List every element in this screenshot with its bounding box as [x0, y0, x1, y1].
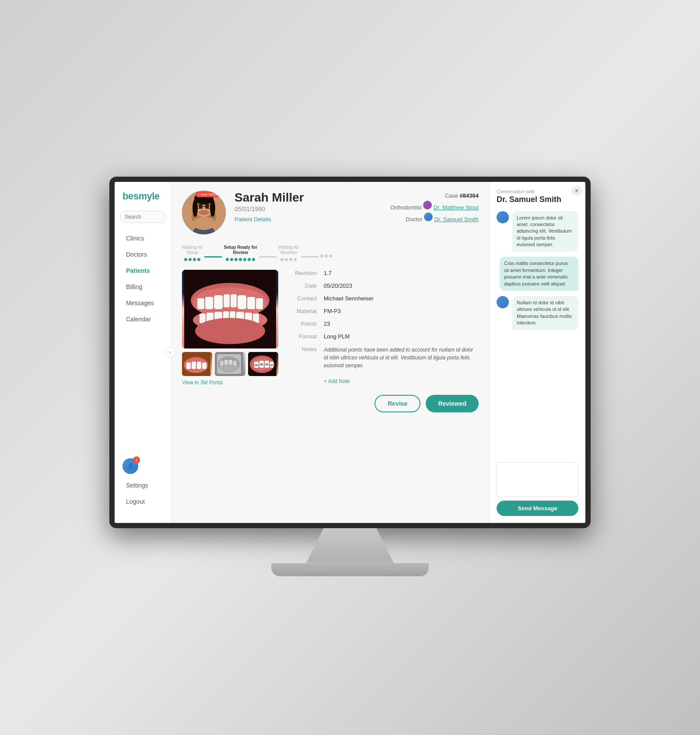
chat-message-2-wrapper: Cras mattis consectetur purus sit amet f… [497, 257, 578, 291]
detail-revision: Revision 1.7 [289, 270, 479, 276]
close-button[interactable]: × [571, 185, 582, 196]
svg-rect-22 [256, 298, 263, 309]
notification-badge: 2 [133, 456, 140, 463]
material-value: FM-P3 [324, 308, 341, 314]
revision-value: 1.7 [324, 270, 332, 276]
notes-value: Additional points have been added to acc… [324, 346, 479, 369]
main-nav: Clinics Doctors Patients Billing Message… [115, 230, 171, 327]
dot [234, 258, 238, 261]
sidebar-item-patients[interactable]: Patients [118, 263, 168, 279]
orthodontist-row: Orthodontist Dr. Matthew Stout [391, 201, 479, 212]
step-label-2: Setup Ready forReview [224, 245, 257, 255]
svg-point-46 [220, 364, 238, 371]
svg-point-32 [195, 318, 265, 344]
format-value: Long PLM [324, 333, 350, 340]
svg-rect-38 [202, 362, 206, 369]
chat-panel: × Conversation with Dr. Samuel Smith Lor… [489, 182, 585, 523]
svg-point-5 [199, 210, 209, 215]
chat-doctor-name: Dr. Samuel Smith [497, 195, 578, 204]
chat-input[interactable] [497, 462, 578, 497]
chat-message-1: Lorem ipsum dolor sit amet, consectetur … [497, 211, 578, 252]
thumb-image-2[interactable] [215, 352, 245, 376]
monitor-base [271, 563, 429, 576]
detail-points: Points 23 [289, 320, 479, 327]
detail-contact: Contact Michael Sennheiser [289, 295, 479, 302]
dot [320, 254, 323, 258]
view-portal-link[interactable]: View in 3M Portal [182, 380, 278, 386]
chat-avatar-3 [497, 296, 509, 308]
svg-rect-17 [214, 295, 223, 309]
detail-format: Format Long PLM [289, 333, 479, 340]
contact-value: Michael Sennheiser [324, 295, 374, 302]
patient-info: Sarah Miller 05/01/1980 Patient Details [234, 191, 382, 223]
step-waiting-revision: Waiting forRevision [278, 245, 299, 261]
dot [226, 258, 229, 261]
step-waiting-setup: Waiting forSetup [182, 245, 203, 261]
detail-notes: Notes Additional points have been added … [289, 346, 479, 369]
dot [189, 258, 192, 261]
connector-1 [204, 256, 222, 258]
case-details-section: Revision 1.7 Date 05/20/2023 Contact Mic… [289, 270, 479, 412]
sidebar-item-messages[interactable]: Messages [118, 295, 168, 311]
case-label: Case #84364 [391, 191, 479, 201]
main-content: 1 New Message Sarah Miller 05/01/1980 Pa… [172, 182, 489, 523]
svg-point-11 [210, 199, 215, 217]
chat-bubble-2: Cras mattis consectetur purus sit amet f… [500, 257, 578, 291]
extra-dots [320, 254, 332, 258]
chat-bubble-1: Lorem ipsum dolor sit amet, consectetur … [512, 211, 578, 252]
sidebar-item-settings[interactable]: Settings [118, 477, 168, 493]
case-body: View in 3M Portal Revision 1.7 Date 05/2… [182, 270, 479, 412]
sidebar-item-doctors[interactable]: Doctors [118, 247, 168, 262]
chat-avatar-1 [497, 211, 509, 223]
dot [230, 258, 233, 261]
sidebar-item-calendar[interactable]: Calendar [118, 311, 168, 327]
dot [280, 258, 284, 261]
dot [243, 258, 246, 261]
patient-dob: 05/01/1980 [234, 206, 382, 212]
dot [197, 258, 200, 261]
chat-title-prefix: Conversation with [497, 189, 578, 194]
thumb-image-1[interactable] [182, 352, 212, 376]
orthodontist-link[interactable]: Dr. Matthew Stout [434, 202, 479, 212]
doctor-link[interactable]: Dr. Samuel Smith [434, 214, 479, 224]
svg-rect-18 [224, 294, 230, 307]
user-icon: 👤 [127, 463, 134, 469]
search-input[interactable] [120, 211, 166, 223]
svg-rect-24 [200, 314, 206, 323]
step-label-3: Waiting forRevision [278, 245, 299, 255]
add-note-link[interactable]: + Add Note [324, 378, 350, 384]
sidebar-item-billing[interactable]: Billing [118, 279, 168, 295]
patient-details-link[interactable]: Patient Details [234, 216, 271, 223]
thumb-image-3[interactable] [248, 352, 278, 376]
reviewed-button[interactable]: Reviewed [426, 395, 479, 412]
monitor-stand [306, 528, 394, 563]
action-buttons: Revise Reviewed [289, 395, 479, 412]
svg-rect-21 [247, 297, 255, 309]
svg-rect-56 [266, 363, 268, 365]
collapse-sidebar-button[interactable]: ‹ [165, 347, 175, 358]
send-message-button[interactable]: Send Message [497, 501, 578, 516]
doctor-avatar [424, 212, 433, 221]
detail-material: Material FM-P3 [289, 308, 479, 314]
user-avatar[interactable]: 👤 2 [122, 458, 138, 474]
sidebar-item-logout[interactable]: Logout [118, 494, 168, 509]
svg-rect-55 [260, 363, 263, 365]
patient-avatar-image [182, 191, 226, 234]
detail-date: Date 05/20/2023 [289, 282, 479, 289]
dot [325, 254, 328, 258]
chat-bubble-3: Nullam id dolor id nibh ultrices vehicul… [512, 296, 578, 330]
dot [193, 258, 196, 261]
revise-button[interactable]: Revise [374, 395, 420, 412]
case-number: #84364 [460, 192, 479, 199]
svg-rect-35 [186, 362, 191, 369]
new-message-badge: 1 New Message [196, 192, 225, 197]
points-value: 23 [324, 320, 330, 327]
sidebar-item-clinics[interactable]: Clinics [118, 230, 168, 246]
chat-message-3: Nullam id dolor id nibh ultrices vehicul… [497, 296, 578, 330]
date-value: 05/20/2023 [324, 282, 352, 289]
images-section: View in 3M Portal [182, 270, 278, 412]
patient-face-svg [182, 191, 226, 234]
dot [329, 254, 332, 258]
step-label-1: Waiting forSetup [182, 245, 203, 255]
svg-rect-19 [231, 294, 237, 307]
